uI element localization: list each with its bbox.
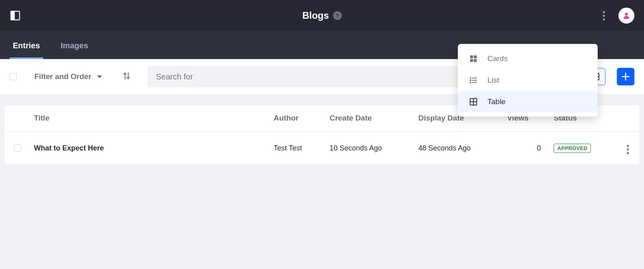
tab-images[interactable]: Images [58, 41, 91, 59]
column-header-create-date[interactable]: Create Date [323, 105, 412, 132]
global-actions-button[interactable] [600, 9, 607, 23]
svg-rect-9 [474, 55, 477, 58]
svg-rect-11 [474, 59, 477, 62]
svg-point-14 [470, 80, 471, 81]
view-type-dropdown: Cards List Table [458, 44, 598, 117]
svg-point-12 [470, 77, 471, 78]
cards-icon [469, 54, 478, 63]
topbar-right [600, 8, 634, 24]
cell-title[interactable]: What to Expect Here [28, 132, 267, 164]
column-header-actions [616, 105, 640, 132]
filter-order-button[interactable]: Filter and Order [32, 72, 104, 81]
status-badge: APPROVED [554, 144, 591, 153]
svg-rect-8 [470, 55, 473, 58]
view-option-list-label: List [487, 76, 499, 85]
view-option-table-label: Table [487, 97, 505, 106]
sidebar-toggle-button[interactable] [10, 10, 21, 21]
svg-point-16 [470, 82, 471, 83]
sort-arrows-icon [122, 71, 131, 81]
sort-direction-button[interactable] [119, 69, 134, 85]
select-all-checkbox[interactable] [10, 73, 17, 80]
row-actions-button[interactable] [625, 143, 630, 156]
tab-entries[interactable]: Entries [10, 41, 43, 59]
table-icon [469, 97, 478, 106]
svg-rect-1 [11, 11, 15, 20]
topbar-center: Blogs ? [302, 10, 342, 21]
page-title: Blogs [302, 10, 329, 21]
list-icon [469, 76, 478, 85]
view-option-cards[interactable]: Cards [458, 48, 598, 69]
svg-point-2 [625, 13, 628, 16]
cell-author: Test Test [267, 132, 323, 164]
column-header-title[interactable]: Title [28, 105, 267, 132]
chevron-down-icon [97, 75, 102, 78]
plus-icon [620, 71, 631, 82]
topbar: Blogs ? [0, 0, 644, 31]
add-button[interactable] [617, 68, 634, 85]
view-option-list[interactable]: List [458, 69, 598, 91]
cell-create-date: 10 Seconds Ago [323, 132, 412, 164]
help-icon[interactable]: ? [333, 11, 342, 20]
svg-rect-10 [470, 59, 473, 62]
cell-views: 0 [501, 132, 548, 164]
table-row[interactable]: What to Expect Here Test Test 10 Seconds… [4, 132, 640, 164]
user-avatar[interactable] [618, 8, 634, 24]
column-header-checkbox [4, 105, 28, 132]
user-icon [622, 11, 631, 20]
view-option-table[interactable]: Table [458, 91, 598, 113]
filter-order-label: Filter and Order [34, 72, 91, 81]
cell-display-date: 48 Seconds Ago [412, 132, 501, 164]
view-option-cards-label: Cards [487, 54, 508, 63]
row-checkbox[interactable] [14, 144, 21, 152]
column-header-author[interactable]: Author [267, 105, 323, 132]
panel-icon [10, 10, 20, 21]
cell-status: APPROVED [547, 132, 616, 164]
